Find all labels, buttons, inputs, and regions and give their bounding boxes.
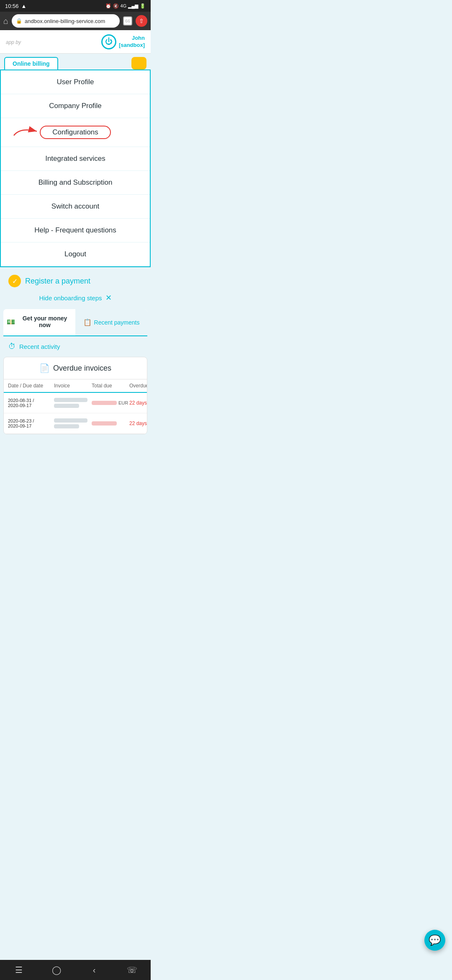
col-total: Total due bbox=[92, 383, 129, 389]
online-billing-tab[interactable]: Online billing bbox=[4, 57, 58, 70]
user-name-display: John [sandbox] bbox=[119, 35, 145, 49]
url-input-box[interactable]: 🔒 andbox.online-billing-service.com bbox=[12, 14, 120, 28]
app-logo: app by bbox=[6, 38, 21, 46]
battery-icon: 🔋 bbox=[140, 3, 146, 9]
row1-invoice-blur bbox=[54, 397, 92, 409]
col-date: Date / Due date bbox=[8, 383, 54, 389]
address-bar: ⌂ 🔒 andbox.online-billing-service.com 66… bbox=[0, 12, 151, 30]
col-invoice: Invoice bbox=[54, 383, 92, 389]
menu-item-billing-subscription[interactable]: Billing and Subscription bbox=[1, 171, 150, 195]
invoice-row[interactable]: 2020-08-31 / 2020-09-17 EUR 22 days bbox=[4, 393, 147, 413]
tab-get-money[interactable]: 💵 Get your money now bbox=[3, 309, 75, 335]
menu-item-integrated-services[interactable]: Integrated services bbox=[1, 147, 150, 171]
invoice-row[interactable]: 2020-08-23 / 2020-09-17 22 days bbox=[4, 413, 147, 434]
power-icon: ⏻ bbox=[101, 34, 116, 49]
menu-item-help[interactable]: Help - Frequent questions bbox=[1, 219, 150, 242]
logo-text: app by bbox=[6, 39, 21, 45]
page-tab-bar: Online billing bbox=[0, 54, 151, 70]
row1-overdue: 22 days bbox=[129, 400, 147, 406]
time-display: 10:56 bbox=[5, 3, 19, 9]
row1-dates: 2020-08-31 / 2020-09-17 bbox=[8, 398, 54, 408]
tab-recent-payments[interactable]: 📋 Recent payments bbox=[75, 309, 147, 335]
dropdown-menu: User Profile Company Profile Configurati… bbox=[0, 70, 151, 267]
user-menu-button[interactable]: ⏻ John [sandbox] bbox=[101, 34, 145, 49]
overdue-title: Overdue invoices bbox=[53, 364, 111, 373]
app-header: app by ⏻ John [sandbox] bbox=[0, 30, 151, 54]
menu-item-user-profile[interactable]: User Profile bbox=[1, 70, 150, 94]
tabs-row: 💵 Get your money now 📋 Recent payments bbox=[3, 309, 147, 336]
hide-onboarding-label: Hide onboarding steps bbox=[39, 294, 102, 302]
menu-yellow-button[interactable] bbox=[131, 57, 146, 70]
status-bar: 10:56 ▲ ⏰ 🔇 4G ▂▄▆ 🔋 bbox=[0, 0, 151, 12]
table-header-row: Date / Due date Invoice Total due Overdu… bbox=[4, 379, 147, 393]
menu-item-logout[interactable]: Logout bbox=[1, 242, 150, 266]
col-overdue: Overdue since bbox=[129, 383, 147, 389]
arrow-annotation bbox=[12, 125, 49, 140]
invoice-icon: 📄 bbox=[39, 363, 50, 373]
money-icon: 💵 bbox=[7, 318, 15, 326]
home-browser-button[interactable]: ⌂ bbox=[3, 16, 8, 26]
overdue-invoices-section: 📄 Overdue invoices Date / Due date Invoi… bbox=[3, 357, 147, 434]
network-icon: 4G bbox=[121, 3, 127, 8]
row1-amount: EUR bbox=[92, 400, 129, 405]
status-right: ⏰ 🔇 4G ▂▄▆ 🔋 bbox=[105, 3, 146, 9]
payments-icon: 📋 bbox=[83, 318, 92, 326]
hide-onboarding-row[interactable]: Hide onboarding steps ✕ bbox=[0, 291, 151, 309]
overdue-section-header: 📄 Overdue invoices bbox=[4, 357, 147, 379]
configurations-label: Configurations bbox=[40, 126, 111, 139]
register-payment-row[interactable]: ✓ Register a payment bbox=[0, 267, 151, 291]
recent-activity-label: Recent activity bbox=[19, 343, 60, 350]
clock-icon: ⏱ bbox=[8, 342, 16, 351]
upload-button[interactable]: ⇧ bbox=[136, 15, 147, 27]
mute-icon: 🔇 bbox=[113, 3, 119, 9]
lock-icon: 🔒 bbox=[16, 18, 22, 24]
recent-activity-row[interactable]: ⏱ Recent activity bbox=[0, 336, 151, 357]
menu-item-switch-account[interactable]: Switch account bbox=[1, 195, 150, 219]
check-circle-icon: ✓ bbox=[8, 275, 21, 287]
page-content: ✓ Register a payment Hide onboarding ste… bbox=[0, 267, 151, 434]
status-left: 10:56 ▲ bbox=[5, 3, 26, 9]
location-icon: ▲ bbox=[21, 3, 27, 9]
tab-count-badge[interactable]: 66 bbox=[123, 16, 132, 26]
row2-invoice-blur bbox=[54, 418, 92, 429]
close-x-icon: ✕ bbox=[105, 293, 112, 302]
url-text: andbox.online-billing-service.com bbox=[25, 18, 105, 24]
register-payment-label: Register a payment bbox=[25, 277, 90, 286]
signal-icon: ▂▄▆ bbox=[128, 3, 138, 9]
row2-amount bbox=[92, 421, 129, 426]
alarm-icon: ⏰ bbox=[105, 3, 111, 9]
menu-item-configurations[interactable]: Configurations bbox=[1, 118, 150, 147]
row2-dates: 2020-08-23 / 2020-09-17 bbox=[8, 418, 54, 428]
row2-overdue: 22 days bbox=[129, 420, 147, 426]
menu-item-company-profile[interactable]: Company Profile bbox=[1, 94, 150, 118]
